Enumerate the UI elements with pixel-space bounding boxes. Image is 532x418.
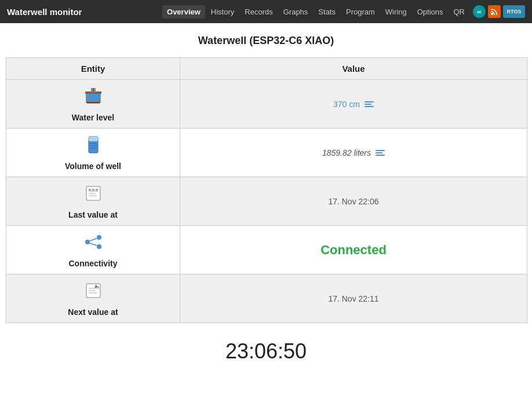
last-value-icon (16, 183, 170, 208)
svg-point-18 (85, 240, 90, 244)
entity-cell-last-value: Last value at (6, 177, 180, 226)
entity-cell-volume: Volume of well (6, 129, 180, 177)
table-row: Water level 370 cm (6, 80, 527, 129)
svg-rect-17 (96, 189, 98, 191)
bars-icon-2 (376, 150, 385, 156)
data-table: Entity Value (6, 57, 527, 323)
table-row: Connectivity Connected (6, 226, 527, 274)
nav-qr[interactable]: QR (449, 5, 470, 19)
nav-graphs[interactable]: Graphs (279, 5, 313, 19)
volume-icon (16, 134, 170, 159)
svg-rect-2 (86, 94, 100, 102)
connectivity-label: Connectivity (16, 259, 170, 268)
connectivity-icon (16, 232, 170, 256)
svg-point-0 (491, 13, 493, 15)
entity-cell-water-level: Water level (6, 80, 180, 129)
table-row: Last value at 17. Nov 22:06 (6, 177, 527, 226)
nav-history[interactable]: History (206, 5, 239, 19)
brand-label: Waterwell monitor (7, 7, 82, 17)
svg-point-19 (97, 235, 101, 240)
entity-cell-connectivity: Connectivity (6, 226, 180, 274)
volume-label: Volume of well (16, 162, 170, 171)
nav-options[interactable]: Options (413, 5, 448, 19)
nav-program[interactable]: Program (341, 5, 380, 19)
bars-icon (365, 101, 374, 107)
table-row: Volume of well 1859.82 liters (6, 129, 527, 177)
value-cell-connectivity: Connected (180, 226, 527, 274)
navbar: Waterwell monitor Overview History Recor… (0, 0, 532, 23)
entity-cell-next-value: Next value at (6, 274, 180, 323)
water-level-label: Water level (16, 113, 170, 122)
next-value-icon (16, 280, 170, 305)
col-entity: Entity (6, 58, 180, 80)
water-level-value: 370 cm (333, 100, 360, 109)
next-value-text: 17. Nov 22:11 (328, 294, 378, 303)
volume-value: 1859.82 liters (322, 148, 371, 157)
rtos-icon[interactable]: RTOS (503, 5, 525, 18)
col-value: Value (180, 58, 527, 80)
volume-value-wrapper: 1859.82 liters (190, 148, 518, 157)
nav-records[interactable]: Records (240, 5, 277, 19)
nav-wiring[interactable]: Wiring (381, 5, 411, 19)
last-value-label: Last value at (16, 210, 170, 219)
value-cell-water-level: 370 cm (180, 80, 527, 129)
page-title: Waterwell (ESP32-C6 XIAO) (6, 35, 526, 47)
water-level-value-wrapper: 370 cm (190, 100, 518, 109)
clock-display: 23:06:50 (6, 339, 526, 364)
svg-line-22 (90, 243, 97, 245)
svg-line-21 (90, 239, 97, 241)
value-cell-last-value: 17. Nov 22:06 (180, 177, 527, 226)
table-row: Next value at 17. Nov 22:11 (6, 274, 527, 323)
svg-point-20 (97, 244, 101, 249)
value-cell-volume: 1859.82 liters (180, 129, 527, 177)
svg-rect-16 (92, 189, 94, 191)
connectivity-value: Connected (320, 243, 387, 257)
nav-stats[interactable]: Stats (314, 5, 340, 19)
next-value-label: Next value at (16, 307, 170, 317)
arduino-icon[interactable]: ∞ (473, 5, 486, 18)
value-cell-next-value: 17. Nov 22:11 (180, 274, 527, 323)
nav-links: Overview History Records Graphs Stats Pr… (162, 5, 469, 19)
main-content: Waterwell (ESP32-C6 XIAO) Entity Value (0, 23, 532, 375)
nav-icons: ∞ RTOS (473, 5, 525, 18)
svg-rect-7 (89, 137, 98, 141)
last-value-text: 17. Nov 22:06 (328, 197, 378, 206)
rss-icon[interactable] (488, 5, 501, 18)
svg-rect-15 (89, 189, 91, 191)
water-level-icon (16, 86, 170, 111)
nav-overview[interactable]: Overview (162, 5, 205, 19)
